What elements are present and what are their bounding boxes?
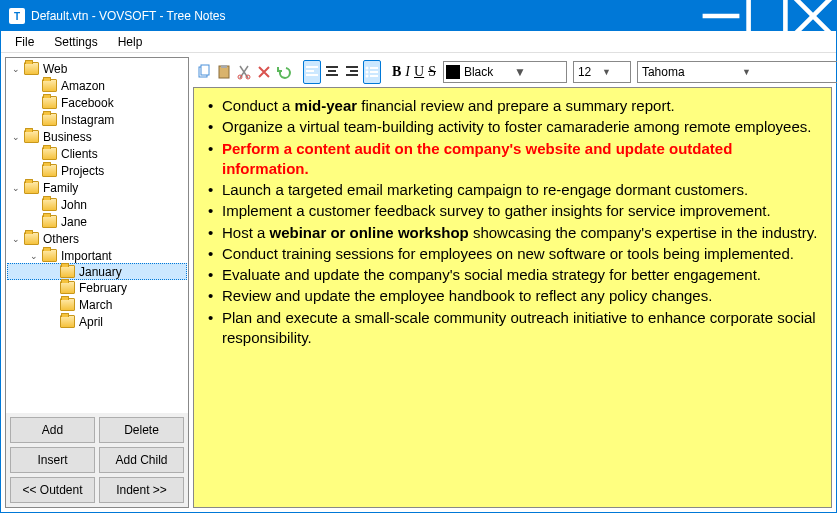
folder-icon	[42, 215, 57, 228]
svg-rect-5	[201, 65, 209, 75]
tree-label: Projects	[61, 164, 104, 178]
notes-list: Conduct a mid-year financial review and …	[204, 96, 821, 348]
tree-label: January	[79, 265, 122, 279]
tree-node[interactable]: ⌄Web	[8, 60, 186, 77]
paste-icon[interactable]	[215, 60, 233, 84]
tree-node[interactable]: Clients	[8, 145, 186, 162]
strikethrough-icon[interactable]: S	[427, 60, 437, 84]
minimize-button[interactable]	[698, 1, 744, 31]
folder-icon	[24, 130, 39, 143]
collapse-icon[interactable]: ⌄	[10, 182, 22, 194]
toolbar: B I U S Black ▼ 12 ▼ Tahoma ▼	[193, 57, 832, 87]
cut-icon[interactable]	[235, 60, 253, 84]
menu-help[interactable]: Help	[108, 33, 153, 51]
align-center-icon[interactable]	[323, 60, 341, 84]
note-item[interactable]: Evaluate and update the company's social…	[208, 265, 821, 285]
tree-node[interactable]: ⌄Others	[8, 230, 186, 247]
delete-button[interactable]: Delete	[99, 417, 184, 443]
note-item[interactable]: Organize a virtual team-building activit…	[208, 117, 821, 137]
tree-node[interactable]: Instagram	[8, 111, 186, 128]
folder-icon	[42, 79, 57, 92]
font-size-select[interactable]: 12 ▼	[573, 61, 631, 83]
tree-label: Amazon	[61, 79, 105, 93]
tree-label: March	[79, 298, 112, 312]
copy-icon[interactable]	[195, 60, 213, 84]
tree-label: John	[61, 198, 87, 212]
menubar: File Settings Help	[1, 31, 836, 53]
folder-icon	[42, 164, 57, 177]
add-child-button[interactable]: Add Child	[99, 447, 184, 473]
tree-node[interactable]: Jane	[8, 213, 186, 230]
window-controls	[698, 1, 836, 31]
svg-point-20	[366, 71, 369, 74]
tree-spacer	[46, 282, 58, 294]
add-button[interactable]: Add	[10, 417, 95, 443]
color-select[interactable]: Black ▼	[443, 61, 567, 83]
tree-label: February	[79, 281, 127, 295]
folder-icon	[24, 181, 39, 194]
collapse-icon[interactable]: ⌄	[10, 63, 22, 75]
tree-view[interactable]: ⌄WebAmazonFacebookInstagram⌄BusinessClie…	[6, 58, 188, 413]
tree-node[interactable]: Facebook	[8, 94, 186, 111]
svg-rect-7	[221, 65, 227, 68]
titlebar: T Default.vtn - VOVSOFT - Tree Notes	[1, 1, 836, 31]
tree-node[interactable]: March	[8, 296, 186, 313]
note-item[interactable]: Plan and execute a small-scale community…	[208, 308, 821, 349]
tree-node[interactable]: Projects	[8, 162, 186, 179]
svg-rect-1	[749, 0, 786, 34]
note-item[interactable]: Conduct a mid-year financial review and …	[208, 96, 821, 116]
align-left-icon[interactable]	[303, 60, 321, 84]
note-item[interactable]: Host a webinar or online workshop showca…	[208, 223, 821, 243]
tree-node[interactable]: January	[7, 263, 187, 280]
collapse-icon[interactable]: ⌄	[10, 233, 22, 245]
tree-node[interactable]: ⌄Business	[8, 128, 186, 145]
bold-icon[interactable]: B	[391, 60, 402, 84]
tree-node[interactable]: February	[8, 279, 186, 296]
bullet-list-icon[interactable]	[363, 60, 381, 84]
tree-spacer	[28, 148, 40, 160]
tree-label: Clients	[61, 147, 98, 161]
insert-button[interactable]: Insert	[10, 447, 95, 473]
note-item[interactable]: Implement a customer feedback survey to …	[208, 201, 821, 221]
app-icon: T	[9, 8, 25, 24]
note-item[interactable]: Conduct training sessions for employees …	[208, 244, 821, 264]
tree-node[interactable]: April	[8, 313, 186, 330]
delete-icon[interactable]	[255, 60, 273, 84]
folder-icon	[24, 62, 39, 75]
tree-node[interactable]: ⌄Important	[8, 247, 186, 264]
color-swatch	[446, 65, 460, 79]
undo-icon[interactable]	[275, 60, 293, 84]
font-family-select[interactable]: Tahoma ▼	[637, 61, 837, 83]
close-button[interactable]	[790, 1, 836, 31]
editor[interactable]: Conduct a mid-year financial review and …	[193, 87, 832, 508]
align-right-icon[interactable]	[343, 60, 361, 84]
note-item[interactable]: Launch a targeted email marketing campai…	[208, 180, 821, 200]
collapse-icon[interactable]: ⌄	[28, 250, 40, 262]
folder-icon	[42, 198, 57, 211]
underline-icon[interactable]: U	[413, 60, 425, 84]
tree-label: Family	[43, 181, 78, 195]
chevron-down-icon: ▼	[742, 67, 837, 77]
menu-settings[interactable]: Settings	[44, 33, 107, 51]
indent-button[interactable]: Indent >>	[99, 477, 184, 503]
outdent-button[interactable]: << Outdent	[10, 477, 95, 503]
window-title: Default.vtn - VOVSOFT - Tree Notes	[31, 9, 698, 23]
tree-label: Facebook	[61, 96, 114, 110]
italic-icon[interactable]: I	[404, 60, 411, 84]
tree-node[interactable]: ⌄Family	[8, 179, 186, 196]
font-size-value: 12	[578, 65, 602, 79]
tree-label: Others	[43, 232, 79, 246]
tree-label: Important	[61, 249, 112, 263]
tree-node[interactable]: Amazon	[8, 77, 186, 94]
maximize-button[interactable]	[744, 1, 790, 31]
folder-icon	[42, 113, 57, 126]
menu-file[interactable]: File	[5, 33, 44, 51]
note-item[interactable]: Perform a content audit on the company's…	[208, 139, 821, 180]
tree-node[interactable]: John	[8, 196, 186, 213]
note-item[interactable]: Review and update the employee handbook …	[208, 286, 821, 306]
color-label: Black	[464, 65, 514, 79]
tree-label: Jane	[61, 215, 87, 229]
collapse-icon[interactable]: ⌄	[10, 131, 22, 143]
folder-icon	[42, 147, 57, 160]
left-panel: ⌄WebAmazonFacebookInstagram⌄BusinessClie…	[5, 57, 189, 508]
